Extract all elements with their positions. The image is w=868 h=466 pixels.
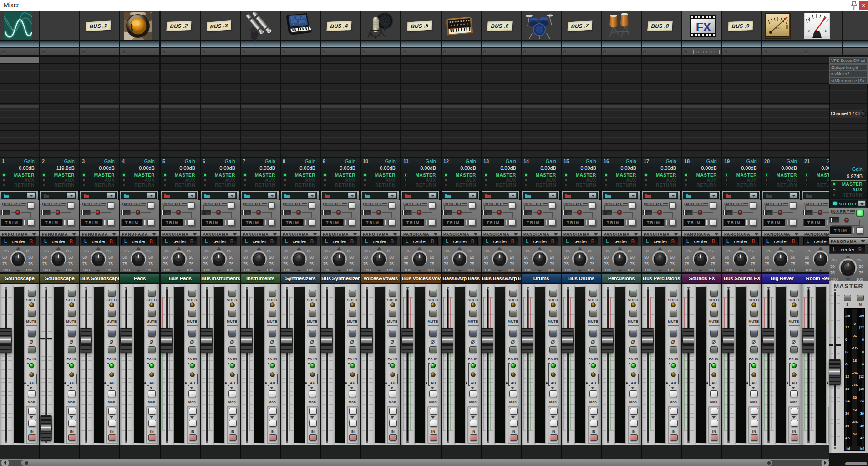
svg-text:0: 0 <box>808 29 810 32</box>
svg-text:6: 6 <box>825 29 827 32</box>
svg-text:VU: VU <box>775 26 780 30</box>
svg-text:FX: FX <box>696 20 711 34</box>
